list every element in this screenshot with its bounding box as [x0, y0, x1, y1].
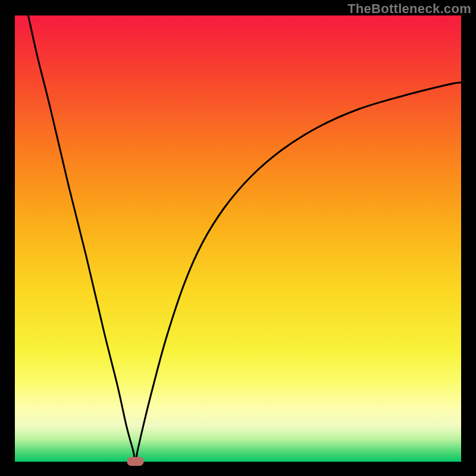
curve-minimum-marker: [127, 457, 144, 466]
watermark-text: TheBottleneck.com: [347, 1, 471, 17]
chart-canvas: [0, 0, 476, 476]
chart-image: TheBottleneck.com: [0, 0, 476, 476]
